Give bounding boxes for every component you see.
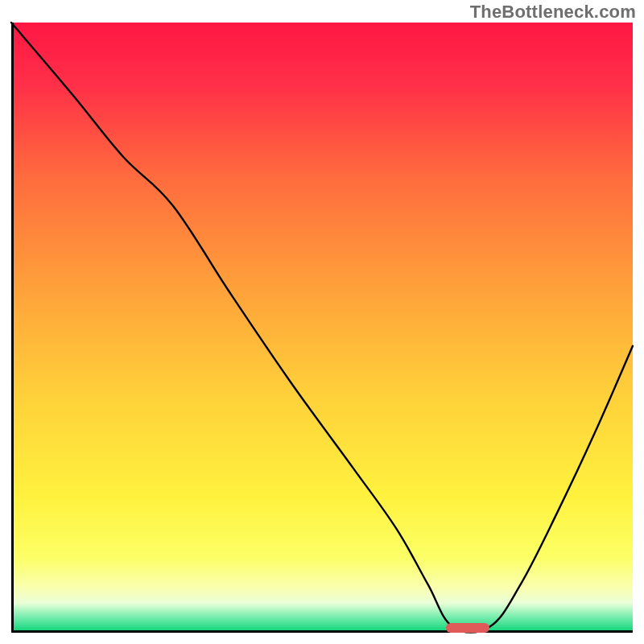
watermark-text: TheBottleneck.com bbox=[470, 2, 636, 23]
optimal-marker bbox=[446, 623, 489, 633]
bottleneck-curve bbox=[11, 23, 633, 633]
chart-frame: TheBottleneck.com bbox=[0, 0, 644, 644]
